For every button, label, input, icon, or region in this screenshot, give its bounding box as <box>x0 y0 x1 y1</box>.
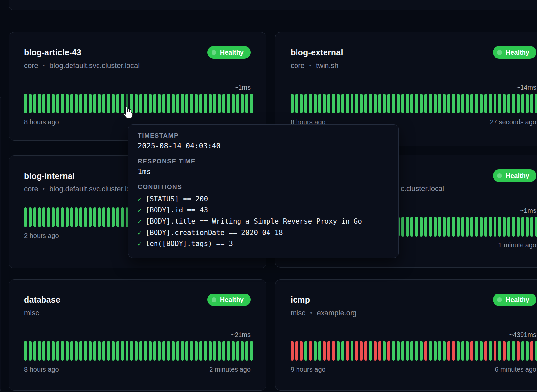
history-bar[interactable] <box>42 341 45 361</box>
history-bar[interactable] <box>475 341 478 361</box>
history-bar[interactable] <box>521 94 524 113</box>
history-bar[interactable] <box>149 94 152 113</box>
history-bar[interactable] <box>181 341 184 361</box>
history-bar[interactable] <box>351 341 353 361</box>
history-bar[interactable] <box>38 207 41 227</box>
history-bar[interactable] <box>461 94 464 113</box>
history-bar[interactable] <box>172 94 175 113</box>
history-bar[interactable] <box>346 341 349 361</box>
history-bar[interactable] <box>199 94 202 113</box>
history-bar[interactable] <box>236 94 239 113</box>
history-bar[interactable] <box>93 341 96 361</box>
history-bar[interactable] <box>66 94 69 113</box>
history-bar[interactable] <box>507 341 510 361</box>
history-bar[interactable] <box>424 341 427 361</box>
history-bar[interactable] <box>406 341 409 361</box>
history-bar[interactable] <box>489 217 492 237</box>
history-bar[interactable] <box>415 217 418 237</box>
history-bar[interactable] <box>466 94 469 113</box>
history-bar[interactable] <box>222 341 225 361</box>
history-bar[interactable] <box>415 341 418 361</box>
history-bar[interactable] <box>24 94 27 113</box>
history-bar[interactable] <box>29 207 32 227</box>
history-bar[interactable] <box>332 94 335 113</box>
history-bar[interactable] <box>190 341 193 361</box>
history-bar[interactable] <box>102 94 105 113</box>
history-bar[interactable] <box>139 341 142 361</box>
history-bar[interactable] <box>337 94 340 113</box>
history-bar[interactable] <box>434 94 437 113</box>
history-bar[interactable] <box>434 341 437 361</box>
history-bar[interactable] <box>130 341 133 361</box>
history-bar[interactable] <box>484 341 487 361</box>
history-bar[interactable] <box>378 341 381 361</box>
history-bar[interactable] <box>346 94 349 113</box>
history-bar[interactable] <box>176 94 179 113</box>
history-bar[interactable] <box>480 94 483 113</box>
history-bar[interactable] <box>204 341 207 361</box>
history-bar[interactable] <box>176 341 179 361</box>
history-bar[interactable] <box>38 94 41 113</box>
history-bar[interactable] <box>397 341 400 361</box>
history-bar[interactable] <box>512 217 515 237</box>
history-bar[interactable] <box>56 207 59 227</box>
history-bar[interactable] <box>107 94 110 113</box>
history-bar[interactable] <box>406 94 409 113</box>
history-bar[interactable] <box>503 341 506 361</box>
history-bar[interactable] <box>153 341 156 361</box>
history-bar[interactable] <box>70 341 73 361</box>
history-bar[interactable] <box>218 341 221 361</box>
history-bar[interactable] <box>387 341 390 361</box>
history-bar[interactable] <box>323 341 326 361</box>
history-bar[interactable] <box>438 94 441 113</box>
history-bar[interactable] <box>218 94 221 113</box>
history-bar[interactable] <box>84 94 87 113</box>
history-bar[interactable] <box>52 94 55 113</box>
history-bar[interactable] <box>295 341 298 361</box>
history-bar[interactable] <box>526 341 529 361</box>
history-bar[interactable] <box>236 341 239 361</box>
history-bar[interactable] <box>461 341 464 361</box>
history-bar[interactable] <box>461 217 464 237</box>
history-bar[interactable] <box>241 341 244 361</box>
history-bar[interactable] <box>410 217 413 237</box>
history-bar[interactable] <box>33 94 36 113</box>
history-bar[interactable] <box>153 94 156 113</box>
history-bar[interactable] <box>195 94 198 113</box>
history-bar[interactable] <box>102 341 105 361</box>
history-bar[interactable] <box>199 341 202 361</box>
history-bar[interactable] <box>470 217 473 237</box>
history-bar[interactable] <box>498 94 501 113</box>
history-bar[interactable] <box>75 207 78 227</box>
history-bar[interactable] <box>89 341 92 361</box>
history-bar[interactable] <box>314 94 317 113</box>
history-bar[interactable] <box>438 217 441 237</box>
history-bar[interactable] <box>33 207 36 227</box>
history-bar[interactable] <box>309 94 312 113</box>
history-bar[interactable] <box>401 341 404 361</box>
history-bar[interactable] <box>360 94 363 113</box>
history-bar[interactable] <box>332 341 335 361</box>
history-bar[interactable] <box>526 94 529 113</box>
history-bar[interactable] <box>457 217 460 237</box>
history-bar[interactable] <box>33 341 36 361</box>
history-bar[interactable] <box>535 341 537 361</box>
history-bar[interactable] <box>66 341 69 361</box>
history-bar[interactable] <box>475 217 478 237</box>
history-bar[interactable] <box>420 341 423 361</box>
history-bar[interactable] <box>116 207 119 227</box>
history-bar[interactable] <box>79 207 82 227</box>
history-bar[interactable] <box>374 94 377 113</box>
history-bar[interactable] <box>213 94 216 113</box>
history-bar[interactable] <box>530 341 533 361</box>
history-bar[interactable] <box>470 94 473 113</box>
history-bar[interactable] <box>121 341 124 361</box>
history-bar[interactable] <box>158 341 161 361</box>
history-bar[interactable] <box>383 341 386 361</box>
history-bar[interactable] <box>309 341 312 361</box>
history-bar[interactable] <box>245 341 248 361</box>
history-bar[interactable] <box>112 341 115 361</box>
history-bar[interactable] <box>369 94 372 113</box>
history-bar[interactable] <box>327 341 330 361</box>
history-bar[interactable] <box>222 94 225 113</box>
